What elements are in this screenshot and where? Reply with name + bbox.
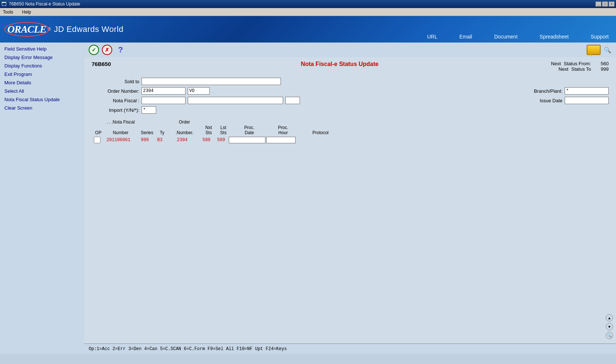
col-series: Series [138,130,156,135]
order-number-label: Order Number: [92,88,139,94]
title-bar-controls: _ □ × [595,1,615,7]
sidebar-item-display-error-message[interactable]: Display Error Message [4,54,80,61]
search-icon[interactable]: 🔍 [604,46,612,54]
table-row: 201106061 999 B3 2304 580 569 [92,137,609,143]
content-area: ✓ ✗ ? 🔍 76B650 Nota Fiscal-e Status Upda… [84,43,616,354]
form-header: 76B650 Nota Fiscal-e Status Update Next … [92,61,609,72]
oracle-logo: ORACLE ® JD Edwards World [0,21,131,38]
toolbar: ✓ ✗ ? 🔍 [84,43,616,57]
sidebar-item-clear-screen[interactable]: Clear Screen [4,104,80,111]
nav-spreadsheet[interactable]: Spreadsheet [540,34,569,40]
order-number-row: Order Number: Branch/Plant: [92,87,609,95]
col-proc-hour: Proc.Hour [268,125,298,135]
title-bar-left: 🗔 76B650 Nota Fiscal-e Status Update [1,1,80,7]
sidebar-item-field-sensitive-help[interactable]: Field Sensitive Help [4,45,80,52]
close-button[interactable]: × [609,1,615,7]
sidebar-item-nota-fiscal-status-update[interactable]: Nota Fiscal Status Update [4,96,80,103]
minimize-button[interactable]: _ [595,1,601,7]
import-input[interactable] [142,106,156,114]
oracle-header: ORACLE ® JD Edwards World URL Email Docu… [0,16,616,43]
col-number: Number [104,130,137,135]
order-number-input[interactable] [142,87,186,95]
cell-series: 999 [136,137,154,143]
sidebar-item-display-functions[interactable]: Display Functions [4,62,80,69]
menu-help[interactable]: Help [21,9,33,15]
oracle-text: ORACLE [7,23,46,35]
title-bar: 🗔 76B650 Nota Fiscal-e Status Update _ □… [0,0,616,8]
col-order-number: .Number. [168,130,201,135]
header-nav: URL Email Document Spreadsheet Support [427,34,609,40]
scroll-down-icon[interactable]: ▼ [606,323,613,330]
status-to-value: 999 [594,66,609,72]
message-icon[interactable] [587,45,601,55]
nav-support[interactable]: Support [591,34,609,40]
status-text: Op:1=Acc 2=Err 3=Den 4=Can 5=C.SCAN 6=C.… [89,346,287,352]
nota-fiscal-input3[interactable] [285,97,300,104]
col-nxt-sts: NxtSts [202,125,216,135]
form-title: Nota Fiscal-e Status Update [128,61,551,67]
data-table: . . .Nota Fiscal Order OP Number Series … [92,120,609,143]
nota-fiscal-input1[interactable] [142,97,186,104]
scroll-icons: ▲ ▼ 🔍 [606,314,613,339]
status-from-label: Status From: [564,61,591,66]
sidebar-item-exit-program[interactable]: Exit Program [4,71,80,78]
next-label-2: Next [558,66,568,72]
cell-nxt-sts: 580 [199,137,213,143]
sold-to-input[interactable] [142,78,281,85]
cancel-button[interactable]: ✗ [102,45,112,55]
cell-lst-sts: 569 [214,137,228,143]
table-column-headers: OP Number Series Ty .Number. NxtSts LstS… [92,125,609,135]
import-row: Import (Y/N/*): [92,106,609,114]
order-type-input[interactable] [188,87,210,95]
oracle-name: ORACLE [7,23,46,35]
issue-date-input[interactable] [565,97,609,104]
next-label-1: Next [551,61,561,66]
cell-proc-date[interactable] [229,137,265,143]
nota-fiscal-row: Nota Fiscal : Issue Date [92,97,609,104]
title-bar-title: 76B650 Nota Fiscal-e Status Update [9,1,80,7]
menu-bar: Tools Help [0,8,616,16]
status-to-row: Next Status To 999 [551,66,609,72]
status-from-value: 560 [594,61,609,66]
scroll-up-icon[interactable]: ▲ [606,314,613,321]
nav-url[interactable]: URL [427,34,437,40]
main-layout: Field Sensitive Help Display Error Messa… [0,43,616,354]
col-ty: Ty [157,130,167,135]
branch-plant-label: Branch/Plant: [526,88,562,94]
issue-date-label: Issue Date [526,98,562,103]
oracle-brand: ORACLE ® [7,23,51,35]
col-proc-date: Proc.Date [231,125,268,135]
sold-to-row: Sold to [92,78,609,85]
col-protocol: Protocol [298,130,342,135]
cell-number: 201106061 [102,137,135,143]
zoom-icon[interactable]: 🔍 [606,332,613,339]
col-header-nota-fiscal-group: . . .Nota Fiscal [104,120,137,125]
nav-email[interactable]: Email [459,34,472,40]
form-area: 76B650 Nota Fiscal-e Status Update Next … [84,57,616,151]
status-bar: Op:1=Acc 2=Err 3=Den 4=Can 5=C.SCAN 6=C.… [84,343,616,354]
jde-text: JD Edwards World [54,25,124,34]
maximize-button[interactable]: □ [602,1,608,7]
col-op: OP [93,130,103,135]
table-group-headers: . . .Nota Fiscal Order [92,120,609,125]
help-icon[interactable]: ? [118,45,123,55]
nota-fiscal-input2[interactable] [188,97,283,104]
sidebar: Field Sensitive Help Display Error Messa… [0,43,84,354]
nota-fiscal-label: Nota Fiscal : [92,98,139,103]
sidebar-item-more-details[interactable]: More Details [4,79,80,86]
col-lst-sts: LstSts [216,125,230,135]
nav-document[interactable]: Document [494,34,518,40]
menu-tools[interactable]: Tools [1,9,15,15]
cell-order-number: 2304 [166,137,199,143]
sidebar-item-select-all[interactable]: Select All [4,88,80,95]
sold-to-label: Sold to [92,79,139,84]
confirm-button[interactable]: ✓ [89,45,99,55]
branch-plant-input[interactable] [565,87,609,95]
title-bar-icon: 🗔 [1,1,7,7]
cell-ty: B3 [155,137,165,143]
status-from-row: Next Status From: 560 [551,61,609,66]
cell-proc-hour[interactable] [266,137,296,143]
row-checkbox[interactable] [93,137,101,143]
col-header-order-group: Order [168,120,201,125]
form-status: Next Status From: 560 Next Status To 999 [551,61,609,72]
